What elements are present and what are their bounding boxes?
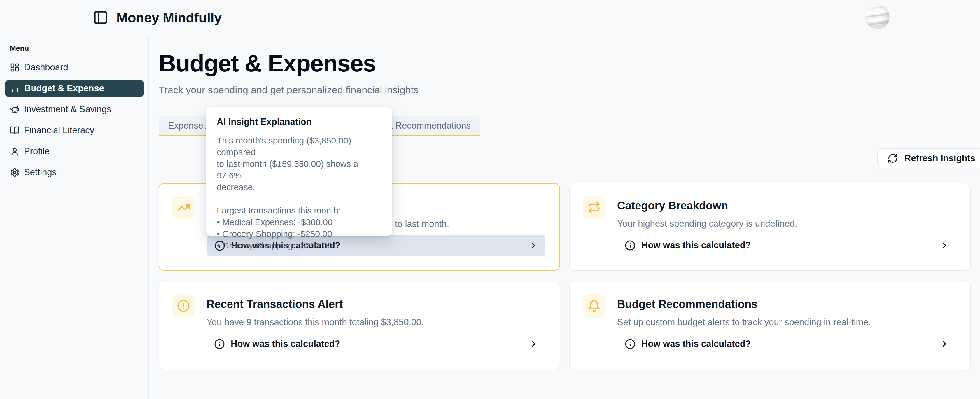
card-body: Category Breakdown Your highest spending…	[617, 196, 956, 270]
info-icon	[625, 240, 636, 251]
repeat-icon	[583, 196, 606, 219]
refresh-insights-label: Refresh Insights	[904, 153, 975, 164]
popover-paragraph: This month's spending ($3,850.00) compar…	[217, 135, 382, 193]
chevron-right-icon	[940, 340, 949, 348]
app-title: Money Mindfully	[116, 10, 222, 25]
bell-icon	[583, 294, 606, 318]
card-description: Set up custom budget alerts to track you…	[617, 317, 956, 327]
sidebar-nav: Dashboard Budget & Expense Investment & …	[0, 57, 148, 183]
how-calculated-label: How was this calculated?	[641, 240, 751, 251]
card-title: Recent Transactions Alert	[207, 298, 546, 311]
popover-paragraph-line: This month's spending ($3,850.00) compar…	[217, 135, 382, 158]
sidebar-section-label: Menu	[10, 44, 148, 52]
sidebar-item-label: Budget & Expense	[24, 83, 104, 94]
sidebar-item-profile[interactable]: Profile	[0, 141, 148, 162]
how-calculated-label: How was this calculated?	[641, 339, 751, 349]
sidebar-item-dashboard[interactable]: Dashboard	[0, 57, 148, 78]
avatar[interactable]	[865, 5, 889, 29]
popover-list-item: • Medical Expenses: -$300.00	[217, 216, 382, 228]
page-title: Budget & Expenses	[159, 49, 376, 77]
sidebar-item-investment-savings[interactable]: Investment & Savings	[0, 99, 148, 120]
chevron-right-icon	[529, 241, 538, 250]
card-title: Category Breakdown	[617, 199, 956, 212]
how-calculated-row[interactable]: How was this calculated?	[617, 235, 956, 256]
card-category-breakdown: Category Breakdown Your highest spending…	[570, 183, 970, 271]
layout-dashboard-icon	[10, 63, 19, 72]
panel-left-icon	[93, 10, 108, 25]
how-calculated-row[interactable]: How was this calculated?	[617, 333, 956, 354]
sidebar-item-financial-literacy[interactable]: Financial Literacy	[0, 120, 148, 141]
how-calculated-label: How was this calculated?	[231, 339, 340, 349]
sidebar-item-budget-expense[interactable]: Budget & Expense	[5, 80, 144, 97]
card-description: Your highest spending category is undefi…	[617, 218, 956, 229]
trending-up-icon	[172, 196, 195, 219]
refresh-insights-button[interactable]: Refresh Insights	[877, 148, 980, 168]
chevron-right-icon	[940, 241, 949, 250]
sidebar-item-label: Financial Literacy	[24, 125, 94, 136]
popover-paragraph-line: decrease.	[217, 181, 382, 193]
sidebar-item-label: Profile	[24, 146, 49, 157]
info-icon	[214, 339, 225, 350]
card-recent-transactions-alert: Recent Transactions Alert You have 9 tra…	[159, 282, 560, 370]
sidebar-item-settings[interactable]: Settings	[0, 162, 148, 183]
popover-transactions-list: Largest transactions this month: • Medic…	[217, 205, 382, 251]
popover-list-item: • Grocery Shopping: -$250.00	[217, 240, 382, 251]
refresh-icon	[888, 153, 898, 164]
sidebar-toggle-button[interactable]	[93, 10, 108, 25]
chevron-right-icon	[530, 340, 538, 348]
page-subtitle: Track your spending and get personalized…	[159, 84, 418, 96]
how-calculated-row[interactable]: How was this calculated?	[207, 333, 546, 354]
popover-list-item: • Grocery Shopping: -$250.00	[217, 228, 382, 240]
ai-insight-popover: AI Insight Explanation This month's spen…	[206, 107, 392, 236]
sidebar: Menu Dashboard Budget & Expense	[0, 35, 149, 399]
sidebar-item-label: Investment & Savings	[24, 104, 111, 114]
user-icon	[10, 147, 19, 156]
popover-title: AI Insight Explanation	[217, 117, 382, 127]
piggy-bank-icon	[10, 105, 19, 114]
card-budget-recommendations: Budget Recommendations Set up custom bud…	[570, 282, 970, 370]
bar-chart-icon	[10, 84, 20, 93]
card-title: Budget Recommendations	[617, 298, 956, 311]
popover-paragraph-line: to last month ($159,350.00) shows a 97.6…	[217, 158, 382, 181]
card-description: You have 9 transactions this month total…	[207, 317, 546, 327]
gear-icon	[10, 168, 19, 177]
card-body: Recent Transactions Alert You have 9 tra…	[207, 294, 546, 370]
alert-circle-icon	[172, 294, 195, 318]
popover-list-intro: Largest transactions this month:	[217, 205, 382, 216]
card-body: Budget Recommendations Set up custom bud…	[617, 294, 956, 370]
info-icon	[625, 339, 636, 350]
sidebar-item-label: Settings	[24, 167, 57, 178]
app-header: Money Mindfully	[0, 0, 980, 35]
book-open-icon	[10, 126, 19, 135]
sidebar-item-label: Dashboard	[24, 62, 68, 73]
